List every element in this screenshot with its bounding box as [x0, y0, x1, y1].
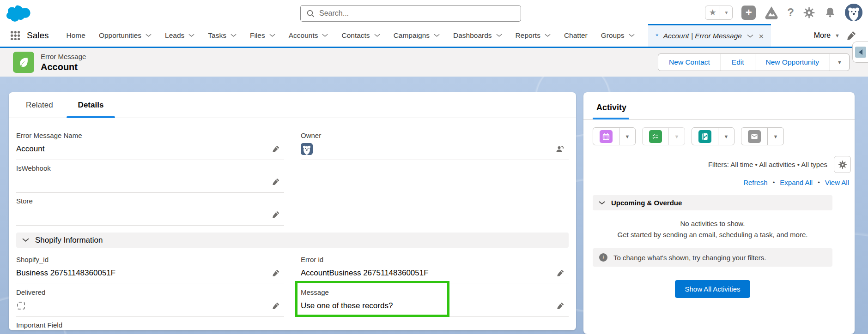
- search-input[interactable]: [319, 9, 515, 18]
- tab-activity[interactable]: Activity: [593, 103, 629, 119]
- nav-tab-dashboards[interactable]: Dashboards: [453, 31, 502, 40]
- chevron-down-icon: [146, 34, 152, 37]
- record-tabs: Related Details: [9, 92, 576, 118]
- activity-info-bar: i To change what's shown, try changing y…: [593, 248, 832, 267]
- record-action-buttons: New Contact Edit New Opportunity ▼: [658, 54, 850, 71]
- edit-pencil-icon[interactable]: [557, 269, 564, 276]
- chevron-down-icon: [545, 34, 551, 37]
- view-all-link[interactable]: View All: [825, 179, 849, 186]
- tab-related[interactable]: Related: [13, 101, 66, 118]
- new-contact-button[interactable]: New Contact: [658, 54, 721, 71]
- change-owner-icon[interactable]: [556, 145, 564, 153]
- scroll-collapse-widget[interactable]: [852, 42, 868, 63]
- collapse-arrow-icon: [855, 47, 866, 58]
- bullet-separator: •: [773, 179, 775, 186]
- nav-tab-tasks[interactable]: Tasks: [208, 31, 237, 40]
- detail-fields: Error Message Name Account Owner: [9, 118, 576, 330]
- content-background: Related Details Error Message Name Accou…: [0, 77, 868, 334]
- chevron-down-icon: [496, 34, 502, 37]
- edit-pencil-icon[interactable]: [557, 302, 564, 309]
- favorites-star-icon[interactable]: ★: [705, 6, 720, 19]
- object-label: Error Message: [41, 53, 86, 60]
- favorites-dropdown-icon[interactable]: ▼: [720, 6, 732, 19]
- nav-tab-home[interactable]: Home: [67, 31, 85, 40]
- edit-pencil-icon[interactable]: [273, 211, 279, 218]
- global-actions-plus-icon[interactable]: +: [741, 6, 756, 20]
- app-name: Sales: [27, 30, 49, 41]
- empty-cell: [301, 193, 569, 226]
- edit-button[interactable]: Edit: [721, 54, 755, 71]
- nav-tab-reports[interactable]: Reports: [516, 31, 551, 40]
- chevron-down-icon: [188, 34, 194, 37]
- field-error-message-name: Error Message Name Account: [16, 127, 284, 160]
- chevron-down-icon: [374, 34, 380, 37]
- refresh-link[interactable]: Refresh: [743, 179, 768, 186]
- new-task-button[interactable]: [643, 128, 669, 145]
- edit-pencil-icon[interactable]: [273, 302, 279, 309]
- user-avatar[interactable]: [845, 4, 862, 21]
- empty-state-line1: No activities to show.: [593, 218, 832, 229]
- record-detail-card: Related Details Error Message Name Accou…: [9, 92, 576, 330]
- activity-composer: ▼ ▼ ▼: [583, 119, 855, 145]
- nav-tab-contacts[interactable]: Contacts: [341, 31, 380, 40]
- owner-avatar[interactable]: [301, 143, 313, 155]
- nav-tab-accounts[interactable]: Accounts: [289, 31, 328, 40]
- nav-tab-opportunities[interactable]: Opportunities: [99, 31, 152, 40]
- field-shopify-id: Shopify_id Business 26751148360051F: [16, 251, 284, 284]
- section-shopify-information[interactable]: Shopify Information: [16, 233, 569, 248]
- nav-tab-active-record[interactable]: * Account | Error Message ×: [648, 24, 771, 47]
- expand-all-link[interactable]: Expand All: [780, 179, 813, 186]
- nav-tab-files[interactable]: Files: [250, 31, 275, 40]
- field-value: AccountBusiness 26751148360051F: [301, 268, 429, 278]
- header-actions: ★ ▼ + ?: [705, 3, 862, 22]
- tab-details[interactable]: Details: [66, 101, 116, 118]
- section-upcoming-overdue[interactable]: Upcoming & Overdue: [593, 195, 832, 210]
- nav-tab-chatter[interactable]: Chatter: [564, 31, 588, 40]
- filters-summary: Filters: All time • All activities • All…: [708, 161, 827, 168]
- help-icon[interactable]: ?: [787, 6, 794, 19]
- info-text: To change what's shown, try changing you…: [613, 254, 766, 262]
- global-search[interactable]: [300, 5, 521, 22]
- active-tab-label: Account | Error Message: [663, 32, 742, 40]
- field-delivered: Delivered: [16, 284, 284, 317]
- new-event-dropdown[interactable]: ▼: [619, 128, 635, 145]
- edit-nav-pencil-icon[interactable]: [847, 31, 856, 40]
- chevron-down-icon: [22, 238, 29, 242]
- email-envelope-icon: [748, 130, 761, 143]
- nav-tab-groups[interactable]: Groups: [601, 31, 635, 40]
- nav-more-menu[interactable]: More ▼: [814, 31, 840, 40]
- new-task-dropdown[interactable]: ▼: [669, 128, 685, 145]
- nav-tab-campaigns[interactable]: Campaigns: [394, 31, 440, 40]
- nav-tab-leads[interactable]: Leads: [165, 31, 194, 40]
- app-launcher-icon[interactable]: [10, 30, 20, 40]
- field-value: Business 26751148360051F: [16, 268, 115, 278]
- field-owner: Owner: [301, 127, 569, 160]
- new-opportunity-button[interactable]: New Opportunity: [755, 54, 830, 71]
- new-event-button[interactable]: [593, 128, 619, 145]
- email-button-group: ▼: [741, 127, 784, 145]
- bullet-separator: •: [818, 179, 820, 186]
- info-icon: i: [599, 253, 607, 262]
- new-task-button-group: ▼: [642, 127, 685, 145]
- search-icon: [307, 10, 315, 18]
- field-iswebhook: IsWebhook: [16, 160, 284, 193]
- chevron-down-icon: [231, 34, 237, 37]
- empty-cell: [301, 160, 569, 193]
- notifications-bell-icon[interactable]: [824, 6, 836, 18]
- salesforce-logo-icon: [6, 4, 32, 22]
- show-all-activities-button[interactable]: Show All Activities: [675, 280, 750, 298]
- email-button[interactable]: [741, 128, 768, 145]
- email-dropdown[interactable]: ▼: [768, 128, 783, 145]
- log-a-call-button[interactable]: [692, 128, 718, 145]
- edit-pencil-icon[interactable]: [273, 178, 279, 185]
- activity-settings-gear-icon[interactable]: [834, 156, 851, 173]
- chevron-down-icon: [269, 34, 275, 37]
- more-actions-dropdown[interactable]: ▼: [830, 54, 849, 71]
- edit-pencil-icon[interactable]: [273, 145, 279, 152]
- edit-pencil-icon[interactable]: [273, 269, 279, 276]
- activity-panel: Activity ▼ ▼: [583, 92, 855, 334]
- log-a-call-dropdown[interactable]: ▼: [718, 128, 734, 145]
- setup-gear-icon[interactable]: [803, 6, 815, 19]
- close-icon[interactable]: ×: [759, 32, 764, 41]
- trailhead-icon[interactable]: [765, 6, 778, 19]
